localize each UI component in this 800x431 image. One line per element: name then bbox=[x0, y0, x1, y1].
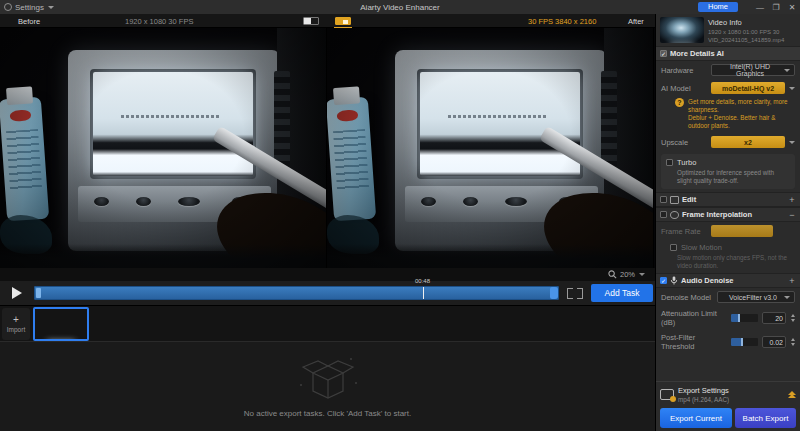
ai-model-desc-line1: Get more details, more clarity, more sha… bbox=[688, 98, 795, 114]
maximize-button[interactable]: ❐ bbox=[768, 3, 784, 12]
frame-interpolation-checkbox[interactable] bbox=[660, 211, 667, 218]
settings-sidebar: Video Info 1920 x 1080 01:00 FPS 30 VID_… bbox=[655, 14, 800, 431]
turbo-option: Turbo Optimized for inference speed with… bbox=[661, 154, 795, 189]
chevron-down-icon[interactable] bbox=[789, 141, 795, 144]
upscale-label: Upscale bbox=[661, 138, 707, 147]
after-video-frame bbox=[327, 28, 653, 268]
export-settings-block: Export Settings mp4 (H.264, AAC) Export … bbox=[656, 381, 800, 431]
chevron-down-icon bbox=[784, 296, 790, 299]
playhead[interactable] bbox=[423, 287, 425, 299]
edit-icon bbox=[670, 196, 679, 204]
frame-rate-dropdown[interactable] bbox=[711, 225, 773, 237]
trim-start-handle[interactable] bbox=[36, 288, 41, 298]
hardware-row: Hardware Intel(R) UHD Graphics bbox=[656, 61, 800, 79]
playback-bar: 00:48 Add Task bbox=[0, 281, 655, 305]
slow-motion-checkbox[interactable] bbox=[670, 244, 677, 251]
collapse-icon[interactable]: − bbox=[788, 210, 796, 220]
video-info-filename: VID_20241105_141859.mp4 bbox=[708, 37, 784, 43]
import-button[interactable]: + Import bbox=[2, 308, 30, 340]
denoise-model-dropdown[interactable]: VoiceFilter v3.0 bbox=[717, 291, 795, 303]
section-more-details-ai[interactable]: ✓ More Details AI bbox=[656, 46, 800, 61]
window-title: Aiarty Video Enhancer bbox=[0, 3, 800, 12]
turbo-checkbox[interactable] bbox=[666, 159, 673, 166]
empty-box-icon bbox=[293, 355, 363, 403]
attenuation-slider[interactable] bbox=[731, 314, 758, 322]
threshold-stepper[interactable] bbox=[791, 338, 795, 346]
frame-rate-label: Frame Rate bbox=[661, 227, 707, 236]
turbo-label: Turbo bbox=[677, 158, 696, 167]
mark-in-icon[interactable] bbox=[567, 288, 573, 299]
slow-motion-label: Slow Motion bbox=[681, 243, 722, 252]
threshold-value[interactable]: 0.02 bbox=[762, 336, 786, 348]
threshold-label: Post-Filter Threshold bbox=[661, 333, 727, 351]
more-details-ai-icon: ✓ bbox=[660, 50, 667, 57]
play-button[interactable] bbox=[0, 287, 34, 299]
export-settings-icon bbox=[660, 389, 674, 400]
after-label: After bbox=[628, 17, 644, 26]
chevron-down-icon bbox=[784, 69, 790, 72]
video-compare-area bbox=[0, 28, 655, 268]
viewer-toolbar: 20% bbox=[0, 268, 655, 281]
help-icon[interactable]: ? bbox=[675, 98, 684, 107]
expand-icon[interactable]: + bbox=[788, 195, 796, 205]
section-edit[interactable]: Edit + bbox=[656, 192, 800, 207]
video-thumbnail-selected[interactable] bbox=[33, 307, 89, 341]
settings-gear-icon[interactable] bbox=[4, 3, 12, 11]
attenuation-label: Attenuation Limit (dB) bbox=[661, 309, 727, 327]
zoom-level[interactable]: 20% bbox=[620, 270, 635, 279]
ai-model-row: AI Model moDetail-HQ v2 bbox=[656, 79, 800, 97]
attenuation-stepper[interactable] bbox=[791, 314, 795, 322]
after-video-pane[interactable] bbox=[327, 28, 654, 268]
ai-model-dropdown[interactable]: moDetail-HQ v2 bbox=[711, 82, 785, 94]
section-frame-interpolation[interactable]: Frame Interpolation − bbox=[656, 207, 800, 222]
upscale-dropdown[interactable]: x2 bbox=[711, 136, 785, 148]
ai-model-label: AI Model bbox=[661, 84, 707, 93]
expand-icon[interactable]: + bbox=[788, 276, 796, 286]
edit-checkbox[interactable] bbox=[660, 196, 667, 203]
close-button[interactable]: ✕ bbox=[784, 3, 800, 12]
audio-denoise-checkbox[interactable]: ✓ bbox=[660, 277, 667, 284]
ai-model-desc-line2: Deblur + Denoise. Better hair & outdoor … bbox=[688, 114, 795, 130]
denoise-model-label: Denoise Model bbox=[661, 293, 713, 302]
slow-motion-row: Slow Motion bbox=[656, 240, 800, 252]
batch-export-button[interactable]: Batch Export bbox=[735, 408, 796, 428]
zoom-chevron-icon[interactable] bbox=[639, 273, 645, 276]
section-audio-denoise[interactable]: ✓ Audio Denoise + bbox=[656, 273, 800, 288]
upscale-row: Upscale x2 bbox=[656, 133, 800, 151]
settings-menu[interactable]: Settings bbox=[15, 3, 44, 12]
export-format: mp4 (H.264, AAC) bbox=[678, 396, 729, 403]
compare-header: Before 1920 x 1080 30 FPS 30 FPS 3840 x … bbox=[0, 14, 655, 28]
audio-denoise-title: Audio Denoise bbox=[681, 276, 734, 285]
mark-out-icon[interactable] bbox=[577, 288, 583, 299]
playhead-time: 00:48 bbox=[415, 278, 430, 284]
settings-chevron-icon[interactable] bbox=[48, 6, 54, 9]
before-resolution: 1920 x 1080 30 FPS bbox=[125, 17, 193, 26]
before-video-pane[interactable] bbox=[0, 28, 327, 268]
after-resolution: 30 FPS 3840 x 2160 bbox=[528, 17, 596, 26]
magnifier-icon[interactable] bbox=[608, 270, 617, 279]
expand-export-settings-icon[interactable] bbox=[788, 392, 796, 398]
attenuation-value[interactable]: 20 bbox=[762, 312, 786, 324]
more-details-ai-title: More Details AI bbox=[670, 49, 724, 58]
side-by-side-view-icon[interactable] bbox=[335, 17, 351, 25]
trim-end-handle[interactable] bbox=[550, 287, 558, 299]
add-task-button[interactable]: Add Task bbox=[591, 284, 653, 302]
threshold-slider[interactable] bbox=[731, 338, 758, 346]
threshold-row: Post-Filter Threshold 0.02 bbox=[656, 330, 800, 354]
export-current-button[interactable]: Export Current bbox=[660, 408, 732, 428]
export-task-queue: No active export tasks. Click 'Add Task'… bbox=[0, 341, 655, 431]
frame-interpolation-title: Frame Interpolation bbox=[682, 210, 752, 219]
frame-interpolation-icon bbox=[670, 211, 679, 219]
timeline-track[interactable]: 00:48 bbox=[34, 286, 559, 300]
hardware-dropdown[interactable]: Intel(R) UHD Graphics bbox=[711, 64, 795, 76]
split-view-icon[interactable] bbox=[303, 17, 319, 25]
chevron-down-icon[interactable] bbox=[789, 87, 795, 90]
media-strip: + Import bbox=[0, 305, 655, 341]
hardware-label: Hardware bbox=[661, 66, 707, 75]
minimize-button[interactable]: — bbox=[752, 3, 768, 12]
home-button[interactable]: Home bbox=[698, 2, 738, 12]
empty-queue-text: No active export tasks. Click 'Add Task'… bbox=[244, 409, 411, 418]
slow-motion-description: Slow motion only changes FPS, not the vi… bbox=[677, 254, 795, 270]
play-icon bbox=[12, 287, 22, 299]
frame-rate-row: Frame Rate bbox=[656, 222, 800, 240]
